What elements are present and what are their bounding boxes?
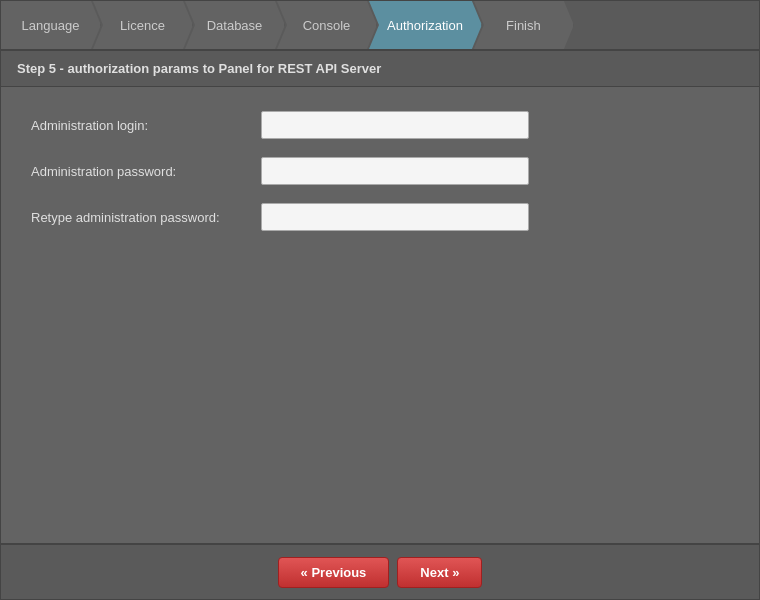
step-title: Step 5 - authorization params to Panel f… [1, 51, 759, 87]
admin-password-input[interactable] [261, 157, 529, 185]
tab-console-label: Console [303, 18, 351, 33]
tab-bar: Language Licence Database Console Author… [1, 1, 759, 51]
form-area: Administration login: Administration pas… [1, 87, 759, 543]
tab-finish[interactable]: Finish [474, 1, 574, 49]
footer: « Previous Next » [1, 543, 759, 599]
admin-login-input[interactable] [261, 111, 529, 139]
next-button[interactable]: Next » [397, 557, 482, 588]
admin-password-label: Administration password: [31, 164, 261, 179]
admin-password-retype-input[interactable] [261, 203, 529, 231]
admin-password-row: Administration password: [31, 157, 729, 185]
tab-authorization-label: Authorization [387, 18, 463, 33]
tab-database-label: Database [207, 18, 263, 33]
tab-language-label: Language [22, 18, 80, 33]
previous-button[interactable]: « Previous [278, 557, 390, 588]
tab-finish-label: Finish [506, 18, 541, 33]
tab-licence-label: Licence [120, 18, 165, 33]
admin-password-retype-row: Retype administration password: [31, 203, 729, 231]
tab-authorization[interactable]: Authorization [369, 1, 482, 49]
tab-language[interactable]: Language [1, 1, 101, 49]
admin-login-label: Administration login: [31, 118, 261, 133]
tab-licence[interactable]: Licence [93, 1, 193, 49]
admin-login-row: Administration login: [31, 111, 729, 139]
tab-database[interactable]: Database [185, 1, 285, 49]
admin-password-retype-label: Retype administration password: [31, 210, 261, 225]
main-window: Language Licence Database Console Author… [0, 0, 760, 600]
tab-console[interactable]: Console [277, 1, 377, 49]
content-area: Step 5 - authorization params to Panel f… [1, 51, 759, 543]
